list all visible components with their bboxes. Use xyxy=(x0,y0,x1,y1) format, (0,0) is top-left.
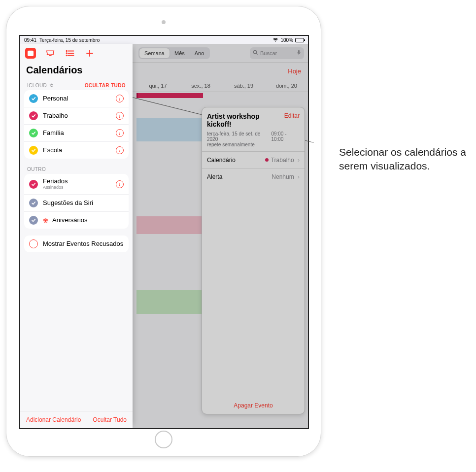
show-declined-row[interactable]: Mostrar Eventos Recusados xyxy=(24,236,129,252)
info-icon[interactable]: i xyxy=(116,129,124,137)
event-banner-pink[interactable] xyxy=(136,93,203,98)
search-placeholder: Buscar xyxy=(260,50,277,56)
info-icon[interactable]: i xyxy=(116,95,124,102)
edit-button[interactable]: Editar xyxy=(284,112,300,128)
status-date: Terça-feira, 15 de setembro xyxy=(39,37,100,43)
event-alert-label: Alerta xyxy=(207,173,222,180)
svg-rect-2 xyxy=(298,50,300,53)
calendar-label: Aniversários xyxy=(52,217,124,224)
other-calendar-list: FeriadosAssinadosiSugestões da Siri❀Aniv… xyxy=(24,174,129,229)
battery-icon xyxy=(295,38,304,42)
seg-ano[interactable]: Ano xyxy=(190,48,209,58)
svg-point-0 xyxy=(253,50,256,53)
declined-checkbox-empty[interactable] xyxy=(29,239,38,248)
panel-title: Calendários xyxy=(20,63,133,80)
footer-hide-all-button[interactable]: Ocultar Tudo xyxy=(93,416,127,423)
seg-mes[interactable]: Mês xyxy=(170,48,190,58)
add-calendar-button[interactable]: Adicionar Calendário xyxy=(26,416,81,423)
event-calendar-row[interactable]: Calendário Trabalho › xyxy=(202,152,305,169)
calendar-row[interactable]: Famíliai xyxy=(24,125,129,142)
calendar-label: FeriadosAssinados xyxy=(43,178,116,190)
svg-point-7 xyxy=(67,51,68,52)
day-sex: sex., 18 xyxy=(179,83,222,89)
home-button[interactable] xyxy=(155,431,172,448)
calendar-label: Escola xyxy=(43,147,116,154)
search-icon xyxy=(253,50,258,56)
chevron-right-icon: › xyxy=(298,173,300,180)
camera-dot xyxy=(162,20,166,24)
calendar-row[interactable]: Escolai xyxy=(24,142,129,159)
status-bar: 09:41 Terça-feira, 15 de setembro 100% xyxy=(20,36,308,44)
app-body: Semana Mês Ano Buscar xyxy=(20,44,308,428)
event-alert-value: Nenhum xyxy=(272,173,294,180)
view-segmented-control[interactable]: Semana Mês Ano xyxy=(138,47,210,59)
svg-line-1 xyxy=(256,53,258,55)
event-block-blue[interactable] xyxy=(136,118,203,141)
info-icon[interactable]: i xyxy=(116,180,124,188)
calendar-row[interactable]: ❀Aniversários xyxy=(24,212,129,229)
calendar-checkbox[interactable] xyxy=(29,199,38,207)
calendar-checkbox[interactable] xyxy=(29,180,38,189)
calendar-label: Sugestões da Siri xyxy=(43,200,124,206)
event-popover: Artist workshop kickoff! Editar terça-fe… xyxy=(202,107,305,414)
chevron-right-icon: › xyxy=(298,156,300,164)
calendar-row[interactable]: Trabalhoi xyxy=(24,107,129,125)
add-icon[interactable] xyxy=(84,48,95,59)
calendar-row[interactable]: FeriadosAssinadosi xyxy=(24,174,129,195)
calendar-color-dot xyxy=(265,158,269,162)
svg-point-9 xyxy=(67,55,68,56)
battery-percent: 100% xyxy=(280,37,293,43)
info-icon[interactable]: i xyxy=(116,146,124,154)
search-field[interactable]: Buscar xyxy=(250,47,304,59)
seg-semana[interactable]: Semana xyxy=(139,48,170,58)
inbox-icon[interactable] xyxy=(45,48,56,59)
hide-all-icloud-button[interactable]: OCULTAR TUDO xyxy=(85,83,126,88)
mic-icon[interactable] xyxy=(297,50,301,57)
svg-point-8 xyxy=(67,53,68,54)
calendar-label: Personal xyxy=(43,95,116,102)
other-header: OUTRO xyxy=(27,167,46,172)
calendar-label: Família xyxy=(43,130,116,136)
event-calendar-label: Calendário xyxy=(207,157,236,164)
event-calendar-value: Trabalho xyxy=(271,157,294,164)
day-sab: sáb., 19 xyxy=(222,83,265,89)
calendar-row[interactable]: Sugestões da Siri xyxy=(24,195,129,212)
icloud-header: ICLOUD xyxy=(27,83,47,88)
event-block-pink[interactable] xyxy=(136,216,203,234)
list-icon[interactable] xyxy=(65,48,75,59)
calendars-panel: Calendários ICLOUD ✲ OCULTAR TUDO Person… xyxy=(20,44,133,428)
event-title: Artist workshop kickoff! xyxy=(207,112,284,128)
callout-text: Selecionar os calendários a serem visual… xyxy=(339,145,476,173)
panel-toolbar xyxy=(20,44,133,63)
delete-event-button[interactable]: Apagar Evento xyxy=(202,397,305,414)
gift-icon: ❀ xyxy=(43,217,48,224)
sync-spinner-icon: ✲ xyxy=(49,83,53,88)
declined-list: Mostrar Eventos Recusados xyxy=(24,236,129,252)
calendar-checkbox[interactable] xyxy=(29,129,38,137)
info-icon[interactable]: i xyxy=(116,112,124,120)
calendar-checkbox[interactable] xyxy=(29,111,38,120)
calendar-label: Trabalho xyxy=(43,112,116,119)
calendar-checkbox[interactable] xyxy=(29,94,38,103)
svg-rect-3 xyxy=(28,51,34,56)
screen: 09:41 Terça-feira, 15 de setembro 100% S… xyxy=(19,35,309,429)
event-time: 09:00 - 10:00 xyxy=(271,131,300,142)
calendar-checkbox[interactable] xyxy=(29,216,38,225)
event-repeat: repete semanalmente xyxy=(202,142,305,152)
event-alert-row[interactable]: Alerta Nenhum › xyxy=(202,169,305,185)
status-time: 09:41 xyxy=(24,37,36,43)
show-declined-label: Mostrar Eventos Recusados xyxy=(43,240,124,247)
event-date: terça-feira, 15 de set. de 2020 xyxy=(207,131,271,142)
ipad-device-frame: 09:41 Terça-feira, 15 de setembro 100% S… xyxy=(6,6,321,457)
icloud-calendar-list: PersonaliTrabalhoiFamíliaiEscolai xyxy=(24,90,129,159)
day-dom: dom., 20 xyxy=(265,83,308,89)
day-qui: qui., 17 xyxy=(136,83,179,89)
wifi-icon xyxy=(272,37,278,43)
calendar-row[interactable]: Personali xyxy=(24,90,129,107)
calendar-grid-icon[interactable] xyxy=(25,48,36,59)
calendar-checkbox[interactable] xyxy=(29,146,38,155)
event-block-green[interactable] xyxy=(136,290,203,314)
today-button[interactable]: Hoje xyxy=(288,67,301,75)
